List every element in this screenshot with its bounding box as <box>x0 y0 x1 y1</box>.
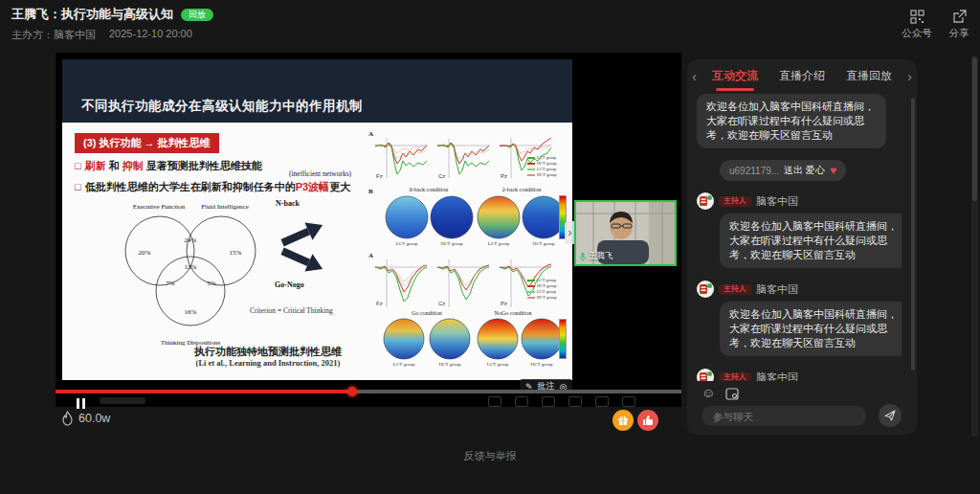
seek-bar-played <box>56 390 352 393</box>
slide-caption: 执行功能独特地预测批判性思维 <box>158 345 378 359</box>
topomap <box>520 317 564 361</box>
speaker-webcam[interactable]: 王腾飞 <box>574 200 677 266</box>
channel-label: Fz <box>376 173 383 179</box>
chat-message: 欢迎各位加入脑客中国科研直播间，大家在听课过程中有什么疑问或思考，欢迎在聊天区留… <box>720 213 902 268</box>
bullet2-post: 更大 <box>329 181 350 192</box>
gift-action: 送出 爱心 <box>784 164 825 177</box>
host-avatar <box>697 192 714 210</box>
gift-message: u6921179... 送出 爱心 ♥ <box>720 160 902 181</box>
venn-label-ef: Executive Function <box>133 203 186 211</box>
erp-plot-cz: Cz <box>435 134 491 182</box>
page-scrollbar-thumb[interactable] <box>972 57 977 201</box>
bullet1-mid: 和 <box>106 160 122 171</box>
chat-scrollbar[interactable] <box>911 98 915 370</box>
thumbs-up-icon <box>642 415 654 426</box>
tab-interaction[interactable]: 互动交流 <box>712 68 758 84</box>
tab-replay[interactable]: 直播回放 <box>846 68 892 84</box>
chat-input[interactable] <box>702 406 866 426</box>
anno-criterion: Criterion = Critical Thinking <box>250 306 333 315</box>
channel-label: Pz <box>501 301 507 306</box>
chat-message: 欢迎各位加入脑客中国科研直播间，大家在听课过程中有什么疑问或思考，欢迎在聊天区留… <box>697 94 886 148</box>
gift-icon <box>617 415 629 426</box>
slide-title: 不同执行功能成分在高级认知能力中的作用机制 <box>81 98 363 115</box>
topomap <box>428 317 472 361</box>
erp-plot-fz: Fz <box>373 134 429 182</box>
anno-nback: N-back <box>276 199 300 208</box>
bullet-marker: □ <box>75 160 81 171</box>
erp-legend-gonogo: LCT group HCT group LCT group HCT group <box>527 278 557 301</box>
topomap <box>476 194 522 240</box>
erp-plot-cz2: Cz <box>435 256 491 311</box>
stream-datetime: 2025-12-10 20:00 <box>109 28 192 42</box>
page-scrollbar[interactable] <box>971 56 978 437</box>
seek-bar-knob[interactable] <box>347 387 357 396</box>
presentation-slide: 不同执行功能成分在高级认知能力中的作用机制 (3) 执行功能 → 批判性思维 □… <box>62 59 572 380</box>
video-player[interactable]: 不同执行功能成分在高级认知能力中的作用机制 (3) 执行功能 → 批判性思维 □… <box>56 53 681 407</box>
viewer-count: 60.0w <box>61 411 110 426</box>
chat-panel: ‹ 互动交流 直播介绍 直播回放 › 欢迎各位加入脑客中国科研直播间，大家在听课… <box>687 59 917 435</box>
venn-value: 24% <box>185 236 197 244</box>
page-header: 王腾飞：执行功能与高级认知 回放 <box>11 6 213 23</box>
topomap <box>382 317 426 361</box>
venn-value: 20% <box>139 249 151 257</box>
group-label: HCT group <box>521 241 567 246</box>
condition-label-go: Go condition <box>393 310 460 316</box>
host-avatar <box>697 369 714 381</box>
venn-value: 7% <box>166 280 175 287</box>
topomap <box>384 194 430 240</box>
group-label: HCT group <box>427 362 473 367</box>
topomap <box>429 194 475 240</box>
chat-message-list[interactable]: 欢迎各位加入脑客中国科研直播间，大家在听课过程中有什么疑问或思考，欢迎在聊天区留… <box>697 94 902 381</box>
slide-section-heading: (3) 执行功能 → 批判性思维 <box>75 133 219 153</box>
image-upload-icon[interactable] <box>725 387 739 404</box>
host-badge: 主持人 <box>719 196 751 207</box>
send-plane-icon <box>884 410 896 421</box>
share-button[interactable]: 分享 <box>938 10 980 40</box>
chat-message-host: 主持人 脑客中国 欢迎各位加入脑客中国科研直播间，大家在听课过程中有什么疑问或思… <box>697 281 902 356</box>
heart-icon: ♥ <box>830 164 836 177</box>
figure-label-b: B <box>368 188 373 195</box>
seek-bar[interactable] <box>56 390 681 393</box>
group-label: LCT group <box>381 362 427 367</box>
group-label: LCT group <box>475 362 521 367</box>
feedback-report-link[interactable]: 反馈与举报 <box>0 449 980 463</box>
flame-icon <box>61 411 74 426</box>
erp-legend-nback: LCT group HCT group LCT group HCT group <box>527 155 557 178</box>
group-label: LCT group <box>384 241 430 246</box>
tabs-scroll-right-icon[interactable]: › <box>902 68 917 84</box>
channel-label: Cz <box>438 301 445 306</box>
bullet2-highlight: P3波幅 <box>296 181 329 192</box>
webcam-name-tag: 王腾飞 <box>579 251 613 262</box>
like-button[interactable] <box>637 410 658 431</box>
send-button[interactable] <box>879 404 902 427</box>
chat-message: 欢迎各位加入脑客中国科研直播间，大家在听课过程中有什么疑问或思考，欢迎在聊天区留… <box>720 302 902 356</box>
slide-note: (inefficient networks) <box>289 169 351 178</box>
host-badge: 主持人 <box>719 372 751 382</box>
group-label: HCT group <box>519 362 565 367</box>
bullet1-highlight1: 刷新 <box>85 160 106 171</box>
share-label: 分享 <box>938 27 980 40</box>
chat-message-host: 主持人 脑客中国 欢迎各位加入脑客中国科研直播间，大家在听课过程中有什么疑问或思… <box>697 192 902 268</box>
channel-label: Pz <box>501 173 507 179</box>
emoji-icon[interactable]: ☺ <box>702 386 715 399</box>
venn-value: 5% <box>207 280 216 287</box>
share-icon <box>938 10 980 24</box>
time-display-faint <box>100 397 145 404</box>
gift-user: u6921179... <box>729 166 779 176</box>
player-controls-faint[interactable] <box>488 396 635 407</box>
venn-label-fi: Fluid Intelligence <box>201 203 249 211</box>
tabs-scroll-left-icon[interactable]: ‹ <box>687 68 702 84</box>
chat-input-area: ☺ <box>687 381 917 435</box>
host-name: 脑客中国 <box>756 194 798 209</box>
header-subtitle: 主办方：脑客中国 2025-12-10 20:00 <box>11 28 192 42</box>
host-badge: 主持人 <box>719 284 751 295</box>
tab-intro[interactable]: 直播介绍 <box>779 68 825 84</box>
official-account-button[interactable]: 公众号 <box>896 10 938 40</box>
host-label: 主办方：脑客中国 <box>11 28 96 42</box>
channel-label: Cz <box>438 173 445 179</box>
pause-button[interactable] <box>77 395 88 406</box>
group-label: LCT group <box>476 241 522 246</box>
reward-button[interactable] <box>612 410 634 431</box>
venn-value: 16% <box>185 308 197 316</box>
channel-label: Fz <box>376 301 383 306</box>
